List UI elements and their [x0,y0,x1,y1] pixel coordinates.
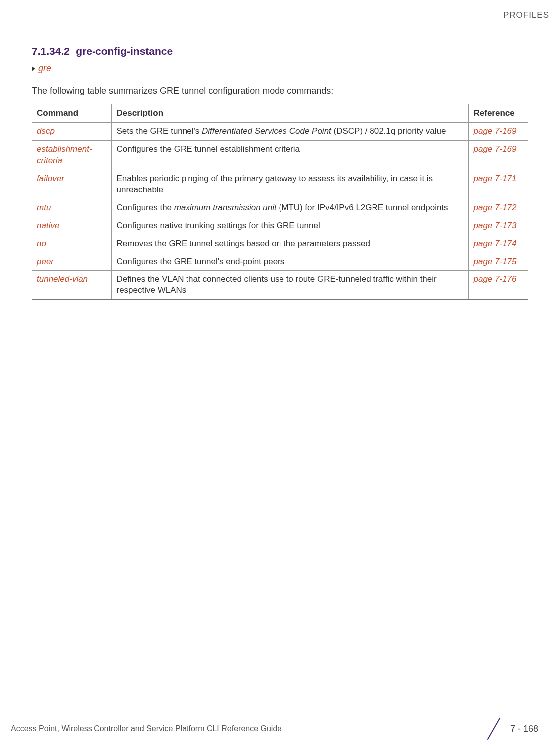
command-description: Configures the GRE tunnel's end-point pe… [111,253,468,271]
desc-italic: Differentiated Services Code Point [202,126,331,136]
reference-link[interactable]: page 7-174 [468,235,528,253]
desc-text: Removes the GRE tunnel settings based on… [117,239,370,248]
command-link[interactable]: failover [32,170,111,199]
table-row: dscp Sets the GRE tunnel's Differentiate… [32,123,528,141]
command-description: Defines the VLAN that connected clients … [111,271,468,300]
col-command: Command [32,104,111,123]
section-heading: 7.1.34.2 gre-config-instance [32,45,528,57]
reference-link[interactable]: page 7-172 [468,199,528,217]
desc-text: Configures the GRE tunnel's end-point pe… [117,257,285,266]
command-description: Removes the GRE tunnel settings based on… [111,235,468,253]
reference-link[interactable]: page 7-175 [468,253,528,271]
triangle-right-icon [32,66,35,71]
command-description: Configures the maximum transmission unit… [111,199,468,217]
slash-icon [483,718,504,739]
command-link[interactable]: mtu [32,199,111,217]
reference-link[interactable]: page 7-173 [468,217,528,235]
col-description: Description [111,104,468,123]
command-link[interactable]: dscp [32,123,111,141]
table-row: no Removes the GRE tunnel settings based… [32,235,528,253]
reference-link[interactable]: page 7-169 [468,140,528,170]
footer-guide-title: Access Point, Wireless Controller and Se… [11,724,281,733]
desc-text: Sets the GRE tunnel's [117,126,202,136]
command-description: Configures the GRE tunnel establishment … [111,140,468,170]
table-header-row: Command Description Reference [32,104,528,123]
breadcrumb: gre [32,63,528,74]
page-number: 7 - 168 [510,724,538,734]
command-description: Enables periodic pinging of the primary … [111,170,468,199]
section-number: 7.1.34.2 [32,45,70,57]
command-description: Configures native trunking settings for … [111,217,468,235]
desc-italic: maximum transmission unit [174,203,277,212]
desc-text: (MTU) for IPv4/IPv6 L2GRE tunnel endpoin… [277,203,448,212]
reference-link[interactable]: page 7-176 [468,271,528,300]
intro-text: The following table summarizes GRE tunne… [32,86,528,96]
reference-link[interactable]: page 7-171 [468,170,528,199]
table-row: mtu Configures the maximum transmission … [32,199,528,217]
section-title: gre-config-instance [76,45,173,57]
desc-text: Defines the VLAN that connected clients … [117,274,437,295]
table-row: establishment-criteria Configures the GR… [32,140,528,170]
desc-text: Configures the GRE tunnel establishment … [117,144,300,154]
command-description: Sets the GRE tunnel's Differentiated Ser… [111,123,468,141]
command-link[interactable]: native [32,217,111,235]
table-row: tunneled-vlan Defines the VLAN that conn… [32,271,528,300]
command-link[interactable]: no [32,235,111,253]
page-footer: Access Point, Wireless Controller and Se… [0,718,560,739]
desc-text: Enables periodic pinging of the primary … [117,174,433,194]
desc-text: Configures the [117,203,174,212]
header-chapter-label: PROFILES [0,9,560,20]
command-link[interactable]: establishment-criteria [32,140,111,170]
table-row: peer Configures the GRE tunnel's end-poi… [32,253,528,271]
col-reference: Reference [468,104,528,123]
command-link[interactable]: peer [32,253,111,271]
desc-text: Configures native trunking settings for … [117,221,320,230]
table-row: native Configures native trunking settin… [32,217,528,235]
table-row: failover Enables periodic pinging of the… [32,170,528,199]
footer-page-block: 7 - 168 [483,718,538,739]
reference-link[interactable]: page 7-169 [468,123,528,141]
breadcrumb-link[interactable]: gre [38,63,51,74]
page-content: 7.1.34.2 gre-config-instance gre The fol… [0,20,560,300]
desc-text: (DSCP) / 802.1q priority value [331,126,446,136]
command-link[interactable]: tunneled-vlan [32,271,111,300]
commands-table: Command Description Reference dscp Sets … [32,104,528,300]
